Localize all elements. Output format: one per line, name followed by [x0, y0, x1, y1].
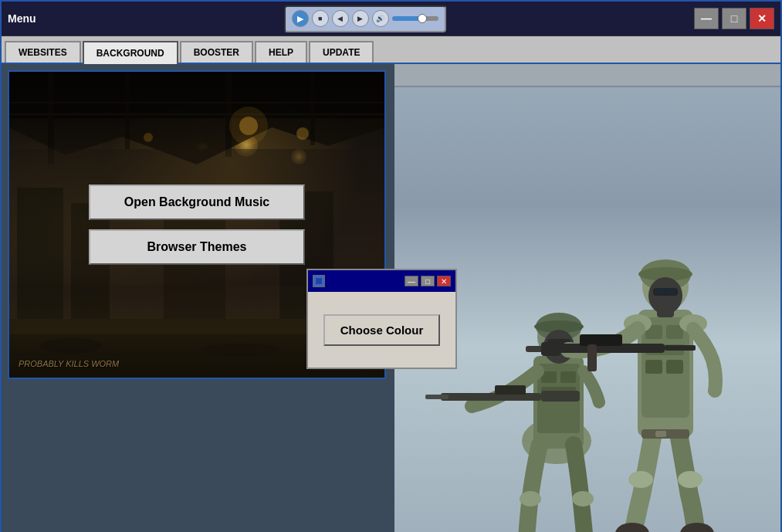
volume-slider[interactable]	[392, 16, 438, 21]
colour-dialog-close[interactable]: ✕	[437, 276, 451, 286]
svg-rect-27	[666, 360, 683, 374]
tab-background[interactable]: BACKGROUND	[83, 41, 178, 64]
svg-rect-50	[125, 72, 130, 149]
bg-panel-buttons: Open Background Music Browser Themes	[89, 185, 305, 265]
prev-button[interactable]: ◀	[332, 10, 349, 27]
stop-button[interactable]: ■	[312, 10, 329, 27]
volume-thumb	[418, 14, 427, 23]
svg-point-63	[202, 344, 279, 356]
colour-dialog-maximize[interactable]: □	[421, 276, 435, 286]
title-bar: Menu ▶ ■ ◀ ▶ 🔊 — □ ✕	[2, 2, 780, 36]
tab-booster[interactable]: BOOSTER	[180, 41, 253, 63]
colour-dialog-body: Choose Colour	[308, 292, 455, 368]
open-bg-music-button[interactable]: Open Background Music	[89, 185, 305, 220]
bg-watermark: PROBABLY KILLS WORM	[19, 359, 119, 368]
svg-point-17	[520, 491, 541, 507]
svg-rect-70	[316, 278, 322, 284]
svg-rect-36	[666, 289, 675, 294]
title-bar-controls: — □ ✕	[694, 8, 774, 29]
svg-rect-41	[665, 345, 696, 351]
colour-dialog-controls: — □ ✕	[405, 276, 451, 286]
tab-update[interactable]: UPDATE	[309, 41, 374, 63]
main-window: Menu ▶ ■ ◀ ▶ 🔊 — □ ✕ WEBSITES BACKGROUND…	[0, 0, 782, 532]
colour-dialog: — □ ✕ Choose Colour	[306, 269, 457, 369]
svg-rect-26	[645, 360, 662, 374]
svg-point-44	[628, 471, 653, 488]
svg-rect-13	[425, 395, 449, 399]
svg-point-68	[144, 133, 153, 142]
svg-rect-52	[310, 72, 315, 145]
svg-rect-11	[441, 393, 541, 401]
choose-colour-button[interactable]: Choose Colour	[323, 314, 441, 346]
svg-point-67	[296, 127, 309, 140]
colour-dialog-icon	[313, 275, 325, 287]
svg-point-66	[229, 107, 268, 145]
play-button[interactable]: ▶	[292, 10, 309, 27]
close-button[interactable]: ✕	[750, 8, 774, 29]
volume-icon: 🔊	[372, 10, 389, 27]
nav-tabs: WEBSITES BACKGROUND BOOSTER HELP UPDATE	[2, 36, 780, 64]
content-area: Open Background Music Browser Themes PRO…	[2, 64, 780, 532]
colour-dialog-titlebar: — □ ✕	[308, 270, 455, 292]
svg-rect-14	[541, 391, 580, 402]
svg-rect-37	[657, 308, 674, 317]
maximize-button[interactable]: □	[722, 8, 746, 29]
svg-rect-35	[655, 289, 665, 294]
svg-rect-43	[587, 344, 597, 371]
svg-point-62	[40, 338, 102, 354]
svg-rect-12	[495, 385, 526, 395]
tab-help[interactable]: HELP	[255, 41, 307, 63]
svg-rect-42	[541, 342, 560, 356]
minimize-button[interactable]: —	[694, 8, 719, 29]
svg-rect-39	[580, 334, 622, 346]
svg-point-20	[680, 523, 714, 532]
browser-themes-button[interactable]: Browser Themes	[89, 229, 305, 265]
svg-rect-56	[17, 188, 63, 319]
tab-websites[interactable]: WEBSITES	[5, 41, 81, 63]
svg-point-18	[572, 491, 594, 507]
svg-rect-47	[655, 431, 666, 437]
svg-rect-48	[9, 72, 386, 118]
title-bar-left: Menu	[8, 12, 36, 25]
svg-point-45	[678, 471, 702, 488]
app-title: Menu	[8, 12, 36, 25]
colour-dialog-minimize[interactable]: —	[405, 276, 418, 286]
media-player: ▶ ■ ◀ ▶ 🔊	[284, 5, 446, 32]
svg-rect-4	[560, 371, 576, 383]
next-button[interactable]: ▶	[352, 10, 369, 27]
